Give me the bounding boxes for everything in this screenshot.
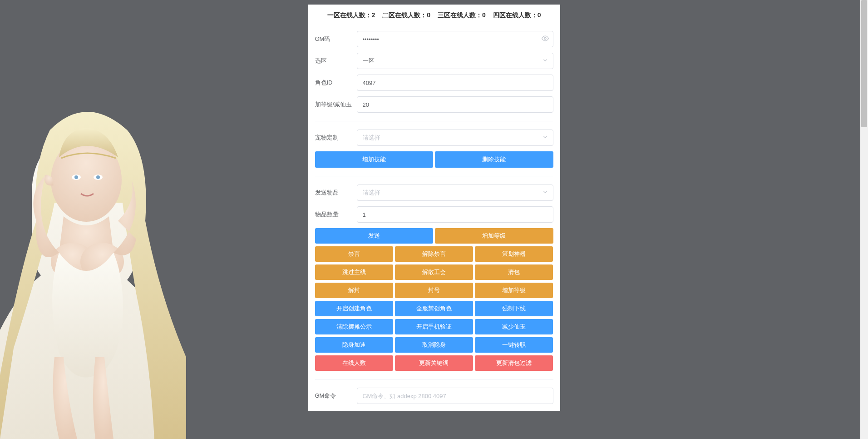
zone-select-value: 一区 [363,57,375,65]
item-count-input[interactable] [357,206,553,223]
send-item-label: 发送物品 [315,189,357,197]
clear-bag-button[interactable]: 清包 [475,264,553,280]
planner-item-button[interactable]: 策划神器 [475,246,553,262]
unmute-button[interactable]: 解除禁言 [395,246,473,262]
add-level2-button[interactable]: 增加等级 [475,283,553,298]
zone1-count: 2 [372,11,375,19]
clear-stall-notice-button[interactable]: 清除摆摊公示 [315,319,393,334]
stealth-speed-button[interactable]: 隐身加速 [315,337,393,353]
unban-button[interactable]: 解封 [315,283,393,298]
pet-label: 宠物定制 [315,134,357,142]
zone4-label: 四区在线人数： [493,11,538,19]
divider [315,176,553,176]
mute-button[interactable]: 禁言 [315,246,393,262]
send-item-placeholder: 请选择 [363,189,380,197]
admin-panel: 一区在线人数：2 二区在线人数：0 三区在线人数：0 四区在线人数：0 GM码 … [308,5,560,411]
update-clearbag-filter-button[interactable]: 更新清包过滤 [475,355,553,371]
zone1-label: 一区在线人数： [327,11,372,19]
enable-create-role-button[interactable]: 开启创建角色 [315,301,393,316]
zone2-label: 二区在线人数： [382,11,427,19]
enable-phone-verify-button[interactable]: 开启手机验证 [395,319,473,334]
disable-create-role-button[interactable]: 全服禁创角色 [395,301,473,316]
chevron-down-icon [542,134,548,142]
level-input[interactable] [357,96,553,113]
chevron-down-icon [542,57,548,65]
zone2-count: 0 [427,11,430,19]
divider [315,379,553,379]
del-skill-button[interactable]: 删除技能 [435,151,553,168]
scrollbar-track[interactable] [860,0,868,439]
pet-select-placeholder: 请选择 [363,134,380,142]
skip-main-button[interactable]: 跳过主线 [315,264,393,280]
reduce-xianyu-button[interactable]: 减少仙玉 [475,319,553,334]
zone4-count: 0 [538,11,541,19]
add-skill-button[interactable]: 增加技能 [315,151,434,168]
cancel-stealth-button[interactable]: 取消隐身 [395,337,473,353]
gm-cmd-input[interactable] [357,388,553,404]
pet-select[interactable]: 请选择 [357,130,553,146]
send-item-select[interactable]: 请选择 [357,185,553,201]
role-id-input[interactable] [357,75,553,91]
add-level-button[interactable]: 增加等级 [435,228,553,244]
gm-code-label: GM码 [315,35,357,43]
chevron-down-icon [542,189,548,197]
zone3-count: 0 [482,11,486,19]
send-button[interactable]: 发送 [315,228,434,244]
scrollbar-thumb[interactable] [861,0,867,127]
gm-cmd-label: GM命令 [315,392,357,400]
online-count-button[interactable]: 在线人数 [315,355,393,371]
zone-label: 选区 [315,57,357,65]
zone-select[interactable]: 一区 [357,53,553,69]
divider [315,121,553,121]
level-label: 加等级/减仙玉 [315,100,357,109]
zone3-label: 三区在线人数： [438,11,482,19]
ban-button[interactable]: 封号 [395,283,473,298]
disband-guild-button[interactable]: 解散工会 [395,264,473,280]
force-offline-button[interactable]: 强制下线 [475,301,553,316]
gm-code-input[interactable] [357,31,553,47]
update-keywords-button[interactable]: 更新关键词 [395,355,473,371]
item-count-label: 物品数量 [315,210,357,219]
online-stats: 一区在线人数：2 二区在线人数：0 三区在线人数：0 四区在线人数：0 [315,11,553,20]
role-id-label: 角色ID [315,79,357,87]
one-click-job-change-button[interactable]: 一键转职 [475,337,553,353]
